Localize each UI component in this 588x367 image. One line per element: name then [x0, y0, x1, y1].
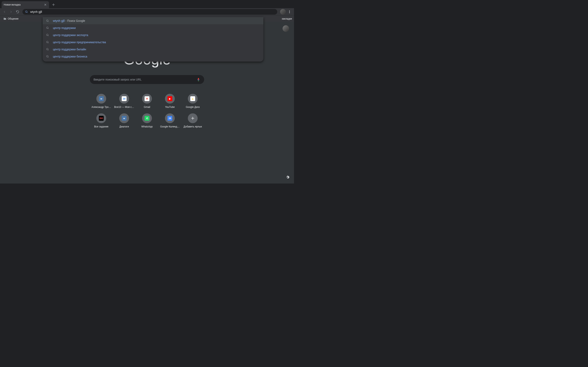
shortcut-tile[interactable]: ▲Google Диск — [181, 94, 204, 108]
shortcut-tile[interactable]: 10Все10 — Моя с… — [113, 94, 136, 108]
reload-button[interactable] — [15, 9, 20, 15]
omnibox-suggestions: wtynh gjll - Поиск Googleцентр поддержки… — [43, 17, 263, 62]
shortcut-label: Google Календ… — [160, 125, 180, 128]
search-icon — [25, 10, 28, 13]
suggestion-text: центр поддержки предпринимательства — [53, 41, 106, 44]
tab-title: Новая вкладка — [4, 3, 44, 6]
shortcut-icon: 28 — [165, 113, 175, 123]
add-shortcut-button[interactable]: Добавить ярлык — [181, 113, 204, 128]
search-icon — [46, 48, 49, 51]
svg-point-2 — [47, 27, 48, 28]
search-icon — [46, 55, 49, 58]
mic-icon[interactable] — [196, 77, 200, 82]
other-bookmarks[interactable]: закладки — [282, 17, 292, 20]
shortcut-icon: M — [142, 94, 152, 104]
address-input[interactable] — [30, 10, 275, 13]
svg-point-9 — [289, 13, 290, 13]
suggestion-row[interactable]: центр поддержки предпринимательства — [43, 39, 263, 46]
shortcut-icon: 10 — [119, 94, 129, 104]
folder-icon — [3, 17, 7, 20]
customize-button[interactable] — [285, 175, 290, 180]
back-button[interactable] — [2, 9, 7, 15]
shortcut-label: Добавить ярлык — [183, 125, 202, 128]
shortcut-icon: w — [96, 94, 106, 104]
suggestion-row[interactable]: центр поддержки — [43, 24, 263, 31]
shortcut-tile[interactable]: ▶YouTube — [158, 94, 181, 108]
ntp-search-box[interactable]: Введите поисковый запрос или URL — [90, 75, 204, 84]
shortcut-label: Диалоги — [120, 125, 129, 128]
shortcut-label: YouTube — [165, 106, 174, 108]
shortcut-tile[interactable]: 28Google Календ… — [158, 113, 181, 128]
shortcut-label: Все задания — [94, 125, 108, 128]
search-placeholder: Введите поисковый запрос или URL — [94, 78, 196, 81]
svg-point-3 — [47, 34, 48, 35]
shortcut-tile[interactable]: DOВсе задания — [90, 113, 113, 128]
suggestion-text: центр поддержки бизнеса — [53, 55, 87, 58]
shortcut-icon: ▲ — [188, 94, 198, 104]
shortcut-label: WhatsApp — [141, 125, 153, 128]
search-icon — [46, 41, 49, 44]
suggestion-row[interactable]: центр поддержки экспорта — [43, 31, 263, 39]
svg-point-1 — [47, 20, 48, 21]
omnibox-wrap: wtynh gjll - Поиск Googleцентр поддержки… — [22, 9, 277, 15]
shortcut-grid: wАлександр Тро…10Все10 — Моя с…MGmail▶Yo… — [90, 94, 204, 128]
browser-toolbar: wtynh gjll - Поиск Googleцентр поддержки… — [0, 8, 294, 16]
profile-avatar-button[interactable] — [280, 9, 286, 15]
suggestion-text: центр поддержки билайн — [53, 48, 86, 51]
suggestion-row[interactable]: центр поддержки бизнеса — [43, 53, 263, 60]
svg-point-6 — [47, 55, 48, 57]
menu-button[interactable] — [287, 9, 292, 15]
suggestion-row[interactable]: центр поддержки билайн — [43, 46, 263, 53]
shortcut-label: Все10 — Моя с… — [114, 106, 134, 108]
browser-tab[interactable]: Новая вкладка — [2, 1, 49, 8]
svg-point-8 — [289, 12, 290, 12]
shortcut-icon: w — [119, 113, 129, 123]
shortcut-icon — [188, 113, 198, 123]
shortcut-icon: ✆ — [142, 113, 152, 123]
shortcut-icon: ▶ — [165, 94, 175, 104]
svg-point-0 — [26, 11, 27, 12]
new-tab-button[interactable] — [51, 2, 56, 8]
shortcut-label: Александр Тро… — [91, 106, 111, 108]
svg-point-4 — [47, 41, 48, 43]
shortcut-label: Gmail — [144, 106, 150, 108]
tab-strip: Новая вкладка — [0, 0, 294, 8]
shortcut-tile[interactable]: ✆WhatsApp — [136, 113, 158, 128]
bookmark-folder-label: Общение — [8, 17, 18, 20]
shortcut-tile[interactable]: MGmail — [136, 94, 158, 108]
suggestion-text: центр поддержки — [53, 26, 76, 30]
shortcut-label: Google Диск — [186, 106, 200, 108]
search-icon — [46, 19, 49, 22]
shortcut-icon: DO — [96, 113, 106, 123]
search-icon — [46, 26, 49, 30]
suggestion-text: wtynh gjll - Поиск Google — [53, 19, 85, 22]
omnibox[interactable] — [22, 9, 277, 15]
close-tab-icon[interactable] — [44, 3, 47, 6]
svg-point-5 — [47, 48, 48, 50]
suggestion-text: центр поддержки экспорта — [53, 33, 88, 37]
svg-point-7 — [289, 11, 290, 11]
forward-button[interactable] — [8, 9, 14, 15]
search-icon — [46, 33, 49, 37]
account-avatar[interactable] — [283, 25, 289, 32]
bookmark-folder[interactable]: Общение — [2, 16, 20, 21]
suggestion-row[interactable]: wtynh gjll - Поиск Google — [43, 17, 263, 24]
shortcut-tile[interactable]: wАлександр Тро… — [90, 94, 113, 108]
shortcut-tile[interactable]: wДиалоги — [113, 113, 136, 128]
